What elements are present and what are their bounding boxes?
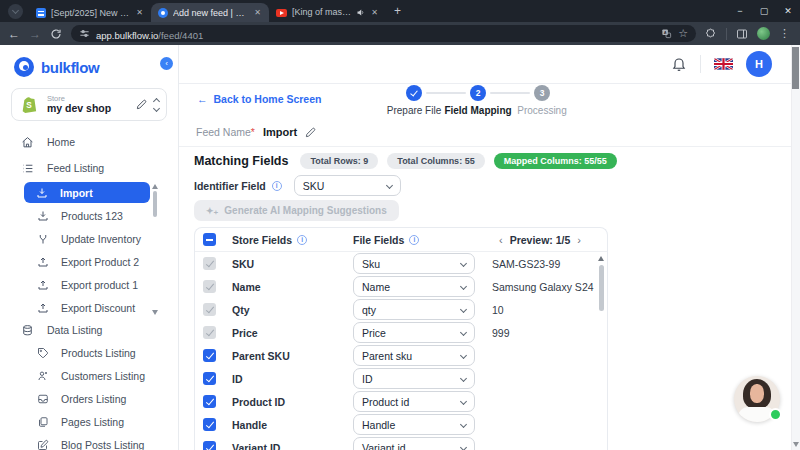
- sidebar-item-products-listing[interactable]: Products Listing: [0, 341, 178, 364]
- tab-list-button[interactable]: [8, 4, 23, 19]
- new-tab-button[interactable]: +: [394, 4, 401, 18]
- row-checkbox[interactable]: [203, 372, 216, 385]
- table-row: Qty qty 10: [195, 298, 607, 321]
- sidebar-item-data-listing[interactable]: Data Listing: [0, 319, 178, 341]
- close-tab-icon[interactable]: ✕: [135, 8, 144, 17]
- table-body: SKU Sku SAM-GS23-99 Name N: [195, 252, 607, 450]
- row-checkbox[interactable]: [203, 303, 216, 316]
- audio-speaker-icon[interactable]: [356, 8, 365, 17]
- file-field-select[interactable]: Variant id: [353, 437, 475, 450]
- file-field-select[interactable]: Product id: [353, 391, 475, 412]
- page-scrollbar[interactable]: [791, 45, 800, 450]
- sidebar-item-export-product-2[interactable]: Export Product 2: [0, 250, 178, 273]
- sidebar-item-products-123[interactable]: Products 123: [0, 204, 178, 227]
- sidebar-item-label: Orders Listing: [61, 393, 126, 405]
- brand-logo[interactable]: bulkflow: [0, 55, 178, 79]
- row-checkbox[interactable]: [203, 395, 216, 408]
- table-row: Name Name Samsung Galaxy S24: [195, 275, 607, 298]
- submenu-scroll-down-icon[interactable]: [152, 310, 158, 315]
- file-field-select[interactable]: Parent sku: [353, 345, 475, 366]
- file-field-select[interactable]: qty: [353, 299, 475, 320]
- chat-support-widget[interactable]: [734, 376, 780, 422]
- sidebar-item-orders-listing[interactable]: Orders Listing: [0, 387, 178, 410]
- side-panel-icon[interactable]: [736, 28, 748, 40]
- profile-avatar[interactable]: [757, 27, 770, 40]
- bookmark-star-icon[interactable]: ☆: [678, 27, 688, 40]
- back-icon[interactable]: ←: [8, 28, 20, 40]
- menu-dots-icon[interactable]: ⋮: [779, 27, 790, 40]
- row-checkbox[interactable]: [203, 257, 216, 270]
- submenu-scrollbar-thumb[interactable]: [153, 191, 157, 217]
- step-prepare-file[interactable]: [406, 85, 422, 101]
- split-arrow-icon: [36, 233, 50, 245]
- sidebar-item-export-product-1[interactable]: Export product 1: [0, 273, 178, 296]
- translate-icon[interactable]: A: [661, 28, 672, 39]
- info-icon[interactable]: i: [409, 235, 419, 245]
- file-field-select[interactable]: Price: [353, 322, 475, 343]
- bell-icon[interactable]: [671, 56, 687, 72]
- table-scroll-up-icon[interactable]: [598, 256, 604, 261]
- edit-store-icon[interactable]: [136, 99, 147, 110]
- row-checkbox[interactable]: [203, 326, 216, 339]
- row-checkbox[interactable]: [203, 349, 216, 362]
- info-icon[interactable]: i: [272, 181, 282, 191]
- submenu-scroll-up-icon[interactable]: [152, 184, 158, 189]
- store-field-label: Parent SKU: [232, 350, 353, 362]
- sidebar-item-customers-listing[interactable]: Customers Listing: [0, 364, 178, 387]
- maximize-button[interactable]: ▢: [752, 6, 776, 16]
- sidebar: bulkflow S Store my dev shop Home Feed L…: [0, 45, 179, 450]
- site-settings-icon[interactable]: [79, 28, 90, 39]
- page-scrollbar-thumb[interactable]: [792, 47, 799, 89]
- sidebar-item-blog-posts-listing[interactable]: Blog Posts Listing: [0, 433, 178, 450]
- preview-value: SAM-GS23-99: [492, 258, 560, 270]
- sidebar-item-home[interactable]: Home: [0, 129, 178, 155]
- store-selector[interactable]: S Store my dev shop: [11, 88, 167, 121]
- page-scroll-down-icon[interactable]: [793, 442, 799, 447]
- store-switcher-icon[interactable]: [154, 99, 159, 111]
- preview-prev-icon[interactable]: ‹: [499, 234, 503, 246]
- store-field-label: Variant ID: [232, 442, 353, 450]
- minimize-button[interactable]: −: [728, 6, 752, 16]
- sidebar-item-update-inventory[interactable]: Update Inventory: [0, 227, 178, 250]
- back-to-home-link[interactable]: ← Back to Home Screen: [197, 93, 321, 105]
- app-header: H: [179, 45, 800, 84]
- file-field-select[interactable]: ID: [353, 368, 475, 389]
- forward-icon[interactable]: →: [29, 28, 41, 40]
- browser-tab-3[interactable]: [King of masked singer] 복면 ✕: [269, 3, 386, 22]
- select-all-checkbox[interactable]: [203, 233, 216, 246]
- address-bar[interactable]: app.bulkflow.io/feed/4401 A ☆: [71, 25, 696, 42]
- uk-flag-icon[interactable]: [714, 58, 733, 70]
- identifier-field-select[interactable]: SKU: [294, 175, 401, 196]
- file-field-select[interactable]: Handle: [353, 414, 475, 435]
- step-processing[interactable]: 3: [534, 85, 550, 101]
- table-row: Price Price 999: [195, 321, 607, 344]
- table-row: Handle Handle: [195, 413, 607, 436]
- sidebar-collapse-button[interactable]: ‹: [160, 57, 173, 70]
- sidebar-item-import[interactable]: Import: [24, 182, 150, 203]
- edit-feed-name-icon[interactable]: [305, 127, 316, 138]
- file-field-select[interactable]: Sku: [353, 253, 475, 274]
- browser-tab-1[interactable]: [Sept/2025] New content - Ha ✕: [29, 3, 151, 22]
- row-checkbox[interactable]: [203, 441, 216, 450]
- close-window-button[interactable]: ✕: [776, 6, 800, 16]
- chevron-down-icon: [12, 7, 19, 14]
- sidebar-item-feed-listing[interactable]: Feed Listing: [0, 155, 178, 181]
- info-icon[interactable]: i: [297, 235, 307, 245]
- browser-tab-2-active[interactable]: Add new feed | Bulkflow ✕: [151, 3, 269, 22]
- ai-button-label: Generate AI Mapping Suggestions: [224, 205, 386, 216]
- file-field-select[interactable]: Name: [353, 276, 475, 297]
- file-field-value: Price: [362, 327, 386, 339]
- user-avatar[interactable]: H: [746, 51, 772, 77]
- table-scrollbar-thumb[interactable]: [599, 265, 604, 311]
- step-field-mapping[interactable]: 2: [470, 85, 486, 101]
- sidebar-item-export-discount[interactable]: Export Discount: [0, 296, 178, 319]
- row-checkbox[interactable]: [203, 280, 216, 293]
- generate-ai-mapping-button[interactable]: ✦₊ Generate AI Mapping Suggestions: [194, 200, 399, 221]
- sidebar-item-pages-listing[interactable]: Pages Listing: [0, 410, 178, 433]
- extensions-icon[interactable]: [705, 28, 717, 40]
- reload-icon[interactable]: [50, 28, 62, 40]
- close-tab-icon[interactable]: ✕: [370, 8, 379, 17]
- close-tab-icon[interactable]: ✕: [253, 8, 262, 17]
- row-checkbox[interactable]: [203, 418, 216, 431]
- preview-next-icon[interactable]: ›: [577, 234, 581, 246]
